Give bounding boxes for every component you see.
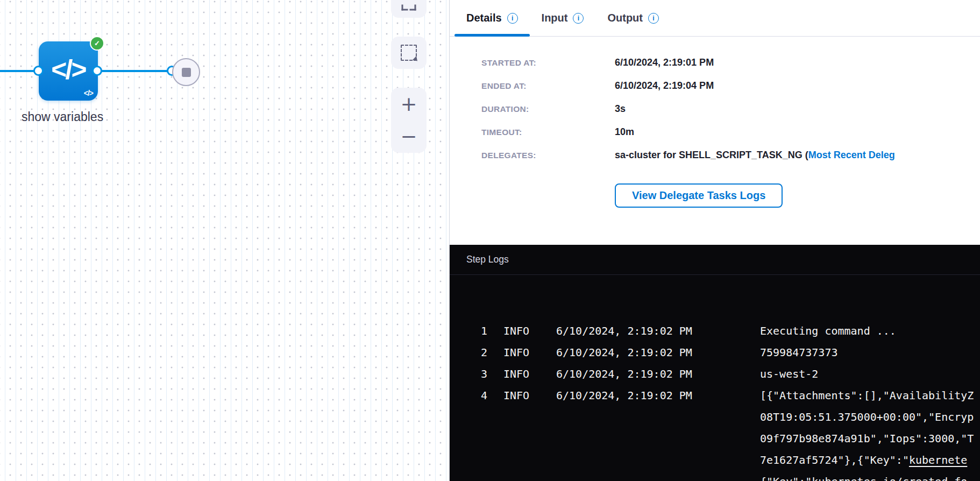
success-check-icon: ✓: [90, 36, 104, 51]
zoom-in-button[interactable]: +: [391, 88, 427, 121]
zoom-out-button[interactable]: −: [391, 121, 427, 153]
log-level: [503, 406, 538, 428]
detail-label: DELEGATES:: [481, 151, 615, 160]
detail-label: DURATION:: [481, 104, 615, 114]
log-line-number: [471, 428, 487, 449]
detail-label: TIMEOUT:: [481, 128, 615, 137]
step-logs-console[interactable]: 1 INFO 6/10/2024, 2:19:02 PM Executing c…: [450, 275, 980, 481]
log-message: 759984737373: [760, 342, 980, 363]
log-line-number: [471, 471, 487, 481]
stop-node[interactable]: [172, 58, 200, 86]
marquee-select-button[interactable]: [391, 37, 427, 69]
log-message: 09f797b98e874a91b","Iops":3000,"T: [760, 428, 980, 449]
log-level: INFO: [503, 363, 538, 385]
log-message: {"Key":"kubernetes.io/created-fo: [760, 471, 980, 481]
log-level: [503, 449, 538, 471]
detail-row-ended-at: ENDED AT: 6/10/2024, 2:19:04 PM: [481, 80, 980, 91]
fit-to-view-button[interactable]: [391, 0, 427, 18]
log-message: us-west-2: [760, 363, 980, 385]
info-icon[interactable]: i: [648, 13, 659, 24]
step-logs-section: Step Logs 1 INFO 6/10/2024, 2:19:02 PM E…: [450, 245, 980, 481]
log-timestamp: 6/10/2024, 2:19:02 PM: [556, 320, 760, 342]
tab-input[interactable]: Input i: [530, 0, 596, 36]
log-line-continuation: 7e1627af5724"},{"Key":"kubernete: [471, 449, 980, 471]
log-line-continuation: 09f797b98e874a91b","Iops":3000,"T: [471, 428, 980, 449]
log-line: 2 INFO 6/10/2024, 2:19:02 PM 75998473737…: [471, 342, 980, 363]
log-message: 08T19:05:51.375000+00:00","Encryp: [760, 406, 980, 428]
detail-row-delegates: DELEGATES: sa-cluster for SHELL_SCRIPT_T…: [481, 150, 980, 161]
tab-output[interactable]: Output i: [595, 0, 671, 36]
step-details-panel: Details i Input i Output i STARTED AT: 6…: [449, 0, 980, 481]
detail-value: sa-cluster for SHELL_SCRIPT_TASK_NG (Mos…: [615, 150, 980, 161]
detail-row-started-at: STARTED AT: 6/10/2024, 2:19:01 PM: [481, 57, 980, 68]
log-line-number: 3: [471, 363, 487, 385]
log-message-text: 7e1627af5724"},{"Key":": [760, 454, 909, 466]
log-line: 1 INFO 6/10/2024, 2:19:02 PM Executing c…: [471, 320, 980, 342]
panel-tabbar: Details i Input i Output i: [450, 0, 980, 37]
code-icon: </>: [51, 56, 85, 83]
step-node-show-variables[interactable]: </> </> ✓: [39, 41, 98, 101]
view-delegate-tasks-logs-button[interactable]: View Delegate Tasks Logs: [615, 183, 783, 208]
detail-value: 6/10/2024, 2:19:01 PM: [615, 57, 980, 68]
log-line-number: 4: [471, 385, 487, 406]
log-line-number: 2: [471, 342, 487, 363]
log-timestamp: [556, 471, 760, 481]
connector-port-in[interactable]: [33, 66, 44, 76]
log-timestamp: [556, 406, 760, 428]
zoom-controls: + −: [391, 88, 427, 153]
log-line-number: [471, 449, 487, 471]
log-message: [{"Attachments":[],"AvailabilityZ: [760, 385, 980, 406]
log-line-continuation: 08T19:05:51.375000+00:00","Encryp: [471, 406, 980, 428]
tab-output-label: Output: [607, 12, 643, 24]
delegate-name: sa-cluster for SHELL_SCRIPT_TASK_NG (: [615, 150, 808, 160]
detail-label: ENDED AT:: [481, 81, 615, 91]
log-message-link[interactable]: kubernete: [909, 454, 967, 466]
most-recent-delegate-link[interactable]: Most Recent Deleg: [808, 150, 895, 160]
info-icon[interactable]: i: [573, 13, 584, 24]
tab-input-label: Input: [542, 12, 568, 24]
details-section: STARTED AT: 6/10/2024, 2:19:01 PM ENDED …: [450, 37, 980, 208]
pipeline-execution-view: </> </> ✓ show variables + −: [0, 0, 980, 481]
log-level: INFO: [503, 385, 538, 406]
log-line: 3 INFO 6/10/2024, 2:19:02 PM us-west-2: [471, 363, 980, 385]
marquee-select-icon: [401, 45, 417, 61]
detail-value: 6/10/2024, 2:19:04 PM: [615, 80, 980, 91]
detail-value: 10m: [615, 126, 980, 138]
log-timestamp: 6/10/2024, 2:19:02 PM: [556, 385, 760, 406]
info-icon[interactable]: i: [507, 13, 518, 24]
log-line: 4 INFO 6/10/2024, 2:19:02 PM [{"Attachme…: [471, 385, 980, 406]
tab-details-label: Details: [466, 12, 502, 24]
tab-details[interactable]: Details i: [455, 0, 530, 36]
stop-square-icon: [182, 68, 191, 77]
log-line-number: 1: [471, 320, 487, 342]
log-message: Executing command ...: [760, 320, 980, 342]
log-level: [503, 428, 538, 449]
fit-to-view-icon: [402, 0, 416, 10]
log-level: INFO: [503, 320, 538, 342]
log-line-continuation: {"Key":"kubernetes.io/created-fo: [471, 471, 980, 481]
step-logs-header: Step Logs: [450, 245, 980, 275]
log-message: 7e1627af5724"},{"Key":"kubernete: [760, 449, 980, 471]
log-timestamp: [556, 428, 760, 449]
log-timestamp: [556, 449, 760, 471]
detail-row-duration: DURATION: 3s: [481, 103, 980, 115]
pipeline-canvas[interactable]: </> </> ✓ show variables + −: [0, 0, 449, 481]
log-level: [503, 471, 538, 481]
log-timestamp: 6/10/2024, 2:19:02 PM: [556, 363, 760, 385]
log-timestamp: 6/10/2024, 2:19:02 PM: [556, 342, 760, 363]
log-level: INFO: [503, 342, 538, 363]
detail-row-timeout: TIMEOUT: 10m: [481, 126, 980, 138]
connector-port-out[interactable]: [92, 66, 102, 76]
shell-script-type-icon: </>: [84, 89, 93, 97]
step-logs-title: Step Logs: [466, 254, 509, 265]
log-line-number: [471, 406, 487, 428]
step-node-label: show variables: [22, 110, 103, 124]
detail-value: 3s: [615, 103, 980, 115]
detail-label: STARTED AT:: [481, 58, 615, 68]
